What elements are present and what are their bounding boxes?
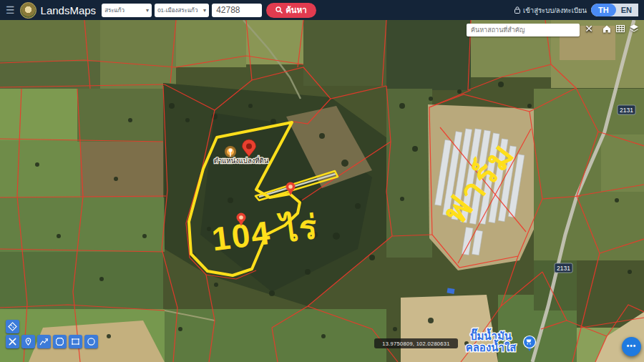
landsmaps-logo <box>20 2 36 19</box>
landsmaps-app: ☰ LandsMaps สระแก้ว ▾ 01-เมืองสระแก้ว ▾ … <box>0 0 644 362</box>
grid-icon[interactable] <box>614 22 627 35</box>
home-icon[interactable] <box>600 22 613 35</box>
navbar-right: เข้าสู่ระบบ/ลงทะเบียน TH EN <box>514 4 638 16</box>
search-button[interactable]: ค้นหา <box>266 3 316 18</box>
parcel-number-input[interactable] <box>212 4 262 17</box>
draw-rectangle-button[interactable] <box>69 335 82 348</box>
parcel-marker-label: ตำแหน่งแปลงที่ดิน <box>214 156 269 165</box>
dots-icon: ••• <box>627 342 637 350</box>
login-register-label: เข้าสู่ระบบ/ลงทะเบียน <box>523 5 587 16</box>
lock-icon <box>514 6 520 14</box>
app-title: LandsMaps <box>41 4 97 16</box>
map-search-bar <box>467 22 580 35</box>
svg-text:2131: 2131 <box>557 265 570 272</box>
chevron-down-icon: ▾ <box>203 7 206 14</box>
search-icon <box>275 6 283 14</box>
svg-text:2131: 2131 <box>620 107 633 114</box>
pin-icon <box>24 337 33 346</box>
circle-icon <box>87 337 96 346</box>
language-toggle: TH EN <box>591 4 638 16</box>
poi-label-line1: ปั๊มน้ำมัน <box>470 328 512 342</box>
search-button-label: ค้นหา <box>286 4 307 16</box>
measure-button[interactable] <box>6 320 19 333</box>
satellite-imagery: 104 ไร่ ฟาร์ม <box>0 20 644 362</box>
rectangle-icon <box>71 337 80 346</box>
more-options-fab[interactable]: ••• <box>622 337 641 356</box>
draw-polygon-button[interactable] <box>53 335 67 348</box>
chevron-down-icon: ▾ <box>146 7 149 14</box>
lang-th-button[interactable]: TH <box>591 4 616 16</box>
polyline-arrow-icon <box>39 337 49 346</box>
lang-en-button[interactable]: EN <box>616 4 638 16</box>
province-select[interactable]: สระแก้ว ▾ <box>102 4 152 17</box>
map-viewport[interactable]: 104 ไร่ ฟาร์ม <box>0 20 644 362</box>
draw-circle-button[interactable] <box>84 335 98 348</box>
map-search-input[interactable] <box>467 24 580 36</box>
drop-pin-button[interactable] <box>21 335 35 348</box>
polygon-icon <box>55 337 64 346</box>
parcel-location-marker[interactable] <box>225 146 236 157</box>
province-select-value: สระแก้ว <box>104 6 125 15</box>
poi-label-line2: คลองน้ำใส <box>466 339 517 353</box>
road-badge: 2131 <box>555 263 572 273</box>
district-select-value: 01-เมืองสระแก้ว <box>157 6 197 15</box>
clear-drawings-button[interactable] <box>6 335 19 348</box>
ruler-diamond-icon <box>8 322 17 331</box>
layers-icon[interactable] <box>628 22 640 35</box>
login-register-link[interactable]: เข้าสู่ระบบ/ลงทะเบียน <box>514 5 587 16</box>
close-icon[interactable]: ✕ <box>582 22 595 35</box>
district-select[interactable]: 01-เมืองสระแก้ว ▾ <box>155 4 209 17</box>
cross-icon <box>8 337 17 346</box>
cursor-coordinates: 13.9750809, 102.0280631 <box>374 338 458 348</box>
road-badge: 2131 <box>618 105 635 114</box>
measure-distance-button[interactable] <box>37 335 51 348</box>
hamburger-menu-icon[interactable]: ☰ <box>6 5 15 15</box>
top-navbar: ☰ LandsMaps สระแก้ว ▾ 01-เมืองสระแก้ว ▾ … <box>0 0 644 20</box>
